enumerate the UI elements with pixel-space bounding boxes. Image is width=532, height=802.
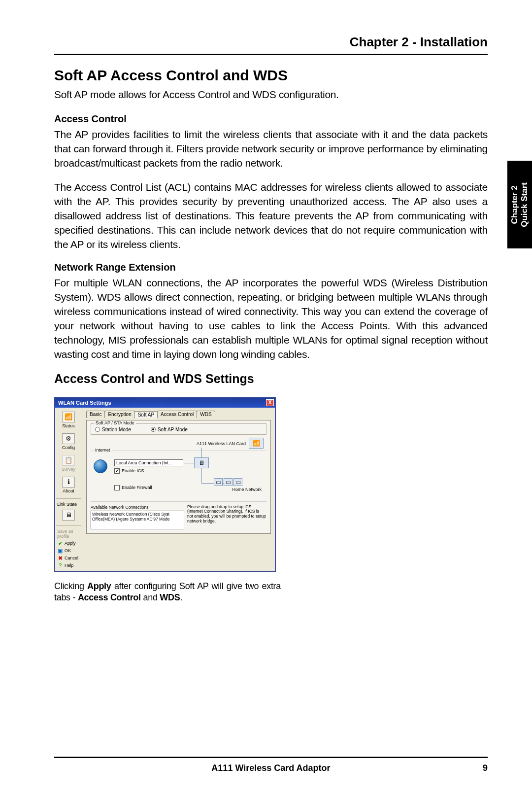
caption-text: .	[180, 593, 182, 602]
nre-paragraph: For multiple WLAN connections, the AP in…	[54, 276, 488, 362]
softap-panel: Soft AP / STA Mode Station Mode Soft AP …	[86, 420, 271, 534]
caption-text: Clicking	[54, 581, 87, 591]
tab-softap[interactable]: Soft AP	[134, 411, 158, 418]
network-diagram: 📶 A111 Wireless LAN Card Internet Local …	[91, 438, 266, 502]
help-icon: ?	[57, 562, 63, 568]
settings-title: Access Control and WDS Settings	[54, 372, 488, 386]
mode-group-title: Soft AP / STA Mode	[94, 420, 136, 425]
sidebar-item-survey: 📋 Survey	[55, 455, 82, 472]
tab-bar: Basic Encryption Soft AP Access Control …	[86, 411, 271, 418]
sidebar-divider-2	[56, 525, 81, 526]
wlan-settings-dialog: WLAN Card Settings X 📶 Status ⚙ Config 📋…	[54, 397, 276, 572]
link-state-label: Link State	[55, 501, 82, 508]
nre-heading: Network Range Extension	[54, 262, 488, 273]
sidebar-item-about[interactable]: ℹ About	[55, 477, 82, 493]
ok-button[interactable]: ▣OK	[55, 547, 82, 555]
diagram-line	[201, 468, 202, 483]
radio-softap-mode[interactable]: Soft AP Mode	[151, 427, 188, 432]
cancel-icon: ✖	[57, 555, 63, 561]
caption-text: and	[141, 593, 160, 602]
enable-firewall-checkbox[interactable]: Enable Firewall	[114, 485, 152, 490]
enable-ics-label: Enable ICS	[122, 468, 144, 473]
diagram-line	[201, 448, 202, 458]
access-control-heading: Access Control	[54, 113, 488, 125]
tab-encryption[interactable]: Encryption	[104, 411, 134, 418]
checkbox-icon	[114, 485, 120, 490]
available-label: Available Network Connections	[91, 505, 184, 510]
sidebar-item-status[interactable]: 📶 Status	[55, 412, 82, 428]
sidebar-item-config[interactable]: ⚙ Config	[55, 433, 82, 450]
caption-bold-ac: Access Control	[78, 593, 141, 602]
check-icon: ✔	[57, 540, 63, 547]
intro-paragraph: Soft AP mode allows for Access Control a…	[54, 89, 488, 101]
link-state-icon: 🖥	[62, 510, 75, 521]
help-button[interactable]: ?Help	[55, 562, 82, 569]
lac-field[interactable]: Local Area Connection (Int...	[114, 459, 183, 466]
radio-dot-selected	[151, 427, 156, 432]
hub-device[interactable]: 🖥	[194, 457, 209, 469]
mode-groupbox: Soft AP / STA Mode Station Mode Soft AP …	[91, 423, 266, 435]
access-control-p2: The Access Control List (ACL) contains M…	[54, 180, 488, 252]
page-number: 9	[483, 763, 488, 773]
home-network-label: Home Network	[232, 487, 262, 492]
available-connections-row: Available Network Connections Wireless N…	[91, 505, 266, 529]
cancel-button[interactable]: ✖Cancel	[55, 555, 82, 562]
status-icon: 📶	[62, 412, 75, 422]
page-footer: A111 Wireless Card Adaptor 9	[54, 757, 488, 773]
ics-hint-text: Please drag and drop to setup ICS (Inter…	[187, 505, 266, 529]
enable-ics-checkbox[interactable]: ✔Enable ICS	[114, 468, 183, 474]
wlan-card-icon: 📶	[249, 438, 264, 449]
sidebar-label-status: Status	[55, 423, 82, 428]
dialog-titlebar[interactable]: WLAN Card Settings X	[55, 398, 275, 408]
internet-label: Internet	[94, 448, 112, 453]
about-icon: ℹ	[62, 477, 75, 488]
side-tab: Chapter 2 Quick Start	[507, 161, 532, 248]
survey-icon: 📋	[62, 455, 75, 466]
tab-basic[interactable]: Basic	[86, 411, 105, 418]
dialog-sidebar: 📶 Status ⚙ Config 📋 Survey ℹ About Link …	[55, 408, 82, 571]
side-tab-line1: Chapter 2	[510, 185, 519, 224]
enable-firewall-label: Enable Firewall	[122, 485, 152, 490]
side-tab-line2: Quick Start	[520, 182, 529, 227]
apply-label: Apply	[65, 541, 76, 546]
footer-product: A111 Wireless Card Adaptor	[211, 763, 330, 773]
pc-icon: ▭	[224, 478, 233, 486]
config-icon: ⚙	[62, 433, 75, 444]
radio-station-mode[interactable]: Station Mode	[95, 427, 131, 432]
checkbox-checked-icon: ✔	[114, 468, 120, 474]
radio-dot	[95, 427, 100, 432]
wlan-card-label: A111 Wireless LAN Card	[197, 441, 246, 446]
close-button[interactable]: X	[266, 399, 274, 406]
sidebar-divider	[56, 498, 81, 499]
wlan-card-device[interactable]: 📶	[249, 438, 264, 450]
access-control-p1: The AP provides facilities to limit the …	[54, 128, 488, 171]
cancel-label: Cancel	[65, 556, 78, 560]
diagram-line	[184, 463, 194, 463]
tab-wds[interactable]: WDS	[197, 411, 215, 418]
sidebar-label-config: Config	[55, 445, 82, 450]
pc-icon: ▭	[214, 478, 223, 486]
page-header: Chapter 2 - Installation	[54, 35, 488, 55]
list-item[interactable]: Office(MEA) (Agere Systems AC'97 Mode	[92, 517, 183, 522]
help-label: Help	[65, 563, 74, 568]
globe-icon	[94, 459, 107, 473]
available-connections-list[interactable]: Wireless Network Connection (Cisco Syst …	[91, 511, 184, 529]
dialog-title: WLAN Card Settings	[58, 400, 111, 406]
home-net-device[interactable]: ▭ ▭ ▭	[214, 478, 242, 487]
caption-bold-wds: WDS	[160, 593, 180, 602]
pc-icon: ▭	[233, 478, 242, 486]
ok-icon: ▣	[57, 548, 63, 554]
save-profile-label: Save as profile	[55, 528, 82, 540]
dialog-main: Basic Encryption Soft AP Access Control …	[82, 408, 275, 571]
list-item[interactable]: Wireless Network Connection (Cisco Syst	[92, 512, 183, 517]
sidebar-label-about: About	[55, 488, 82, 493]
section-title: Soft AP Access Control and WDS	[54, 67, 488, 84]
hub-icon: 🖥	[194, 457, 209, 468]
caption-bold-apply: Apply	[87, 581, 111, 591]
side-tab-text: Chapter 2 Quick Start	[510, 182, 530, 227]
link-state-icon-wrap: 🖥	[55, 510, 82, 521]
apply-button[interactable]: ✔Apply	[55, 540, 82, 547]
tab-access-control[interactable]: Access Control	[157, 411, 197, 418]
screenshot-caption: Clicking Apply after configuring Soft AP…	[54, 581, 281, 604]
radio-station-label: Station Mode	[102, 427, 131, 432]
